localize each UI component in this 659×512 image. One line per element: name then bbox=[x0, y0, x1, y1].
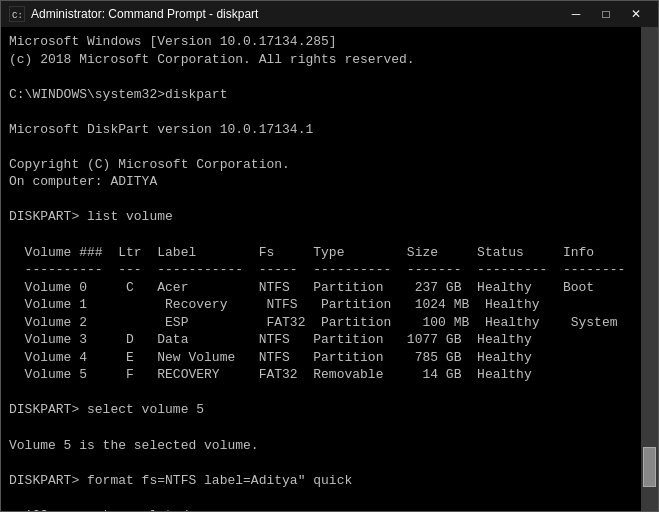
window: C: Administrator: Command Prompt - diskp… bbox=[0, 0, 659, 512]
svg-text:C:: C: bbox=[12, 11, 23, 21]
titlebar-left: C: Administrator: Command Prompt - diskp… bbox=[9, 6, 258, 22]
scrollbar-thumb[interactable] bbox=[643, 447, 656, 487]
console-output: Microsoft Windows [Version 10.0.17134.28… bbox=[9, 33, 633, 511]
minimize-button[interactable]: ─ bbox=[562, 4, 590, 24]
maximize-button[interactable]: □ bbox=[592, 4, 620, 24]
titlebar: C: Administrator: Command Prompt - diskp… bbox=[1, 1, 658, 27]
console-area: Microsoft Windows [Version 10.0.17134.28… bbox=[1, 27, 658, 511]
window-title: Administrator: Command Prompt - diskpart bbox=[31, 7, 258, 21]
close-button[interactable]: ✕ bbox=[622, 4, 650, 24]
window-controls: ─ □ ✕ bbox=[562, 4, 650, 24]
console: Microsoft Windows [Version 10.0.17134.28… bbox=[1, 27, 641, 511]
scrollbar[interactable] bbox=[641, 27, 658, 511]
app-icon: C: bbox=[9, 6, 25, 22]
